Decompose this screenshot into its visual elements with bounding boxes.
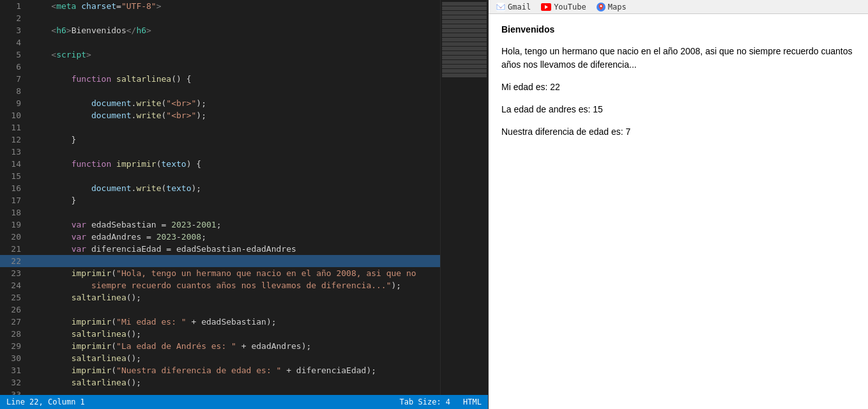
code-line[interactable]: 16 document.write(texto); (0, 182, 440, 194)
status-tab-size: Tab Size: 4 (400, 397, 450, 406)
code-line[interactable]: 5 <script> (0, 49, 440, 61)
minimap-line (442, 71, 487, 73)
minimap-line (442, 31, 487, 33)
line-content (29, 61, 440, 73)
line-number: 11 (0, 121, 29, 134)
code-line[interactable]: 8 (0, 85, 440, 97)
line-content: } (29, 134, 440, 146)
minimap-line (442, 26, 487, 28)
code-line[interactable]: 26 (0, 304, 440, 316)
code-line[interactable]: 11 (0, 121, 440, 134)
code-line[interactable]: 13 (0, 146, 440, 158)
code-line[interactable]: 33 (0, 389, 440, 395)
code-line[interactable]: 23 imprimir("Hola, tengo un hermano que … (0, 267, 440, 279)
minimap-line (442, 8, 487, 10)
status-right: Tab Size: 4 HTML (400, 397, 482, 406)
line-number: 24 (0, 279, 29, 291)
line-number: 30 (0, 352, 29, 364)
line-number: 33 (0, 389, 29, 395)
minimap-content (441, 0, 488, 79)
line-content (29, 36, 440, 49)
code-line[interactable]: 14 function imprimir(texto) { (0, 158, 440, 170)
line-content: } (29, 194, 440, 206)
bookmark-maps[interactable]: Maps (594, 2, 629, 12)
line-number: 2 (0, 12, 29, 24)
line-number: 9 (0, 97, 29, 109)
code-line[interactable]: 31 imprimir("Nuestra diferencia de edad … (0, 364, 440, 376)
code-line[interactable]: 15 (0, 170, 440, 182)
line-number: 1 (0, 0, 29, 12)
browser-toolbar: Gmail YouTube Maps (489, 0, 868, 14)
line-number: 4 (0, 36, 29, 49)
browser-content: Bienvenidos Hola, tengo un hermano que n… (489, 14, 868, 409)
line-number: 26 (0, 304, 29, 316)
code-line[interactable]: 3 <h6>Bienvenidos</h6> (0, 24, 440, 36)
line-number: 5 (0, 49, 29, 61)
youtube-label: YouTube (554, 3, 586, 12)
line-number: 13 (0, 146, 29, 158)
line-number: 32 (0, 376, 29, 389)
code-line[interactable]: 22 (0, 255, 440, 267)
line-number: 28 (0, 328, 29, 340)
line-number: 18 (0, 206, 29, 219)
line-content (29, 389, 440, 395)
code-line[interactable]: 20 var edadAndres = 2023-2008; (0, 231, 440, 243)
line-number: 19 (0, 219, 29, 231)
preview-line: Hola, tengo un hermano que nacio en el a… (501, 45, 855, 72)
line-content (29, 12, 440, 24)
minimap-line (442, 66, 487, 68)
line-number: 3 (0, 24, 29, 36)
line-number: 27 (0, 316, 29, 328)
line-content (29, 121, 440, 134)
line-number: 15 (0, 170, 29, 182)
bookmark-gmail[interactable]: Gmail (494, 2, 533, 12)
code-line[interactable]: 1 <meta charset="UTF-8"> (0, 0, 440, 12)
line-content: document.write(texto); (29, 182, 440, 194)
minimap-line (442, 58, 487, 59)
code-line[interactable]: 12 } (0, 134, 440, 146)
editor-with-minimap: 1 <meta charset="UTF-8">2 3 <h6>Bienveni… (0, 0, 488, 395)
line-content: saltarlinea(); (29, 376, 440, 389)
code-line[interactable]: 4 (0, 36, 440, 49)
code-area[interactable]: 1 <meta charset="UTF-8">2 3 <h6>Bienveni… (0, 0, 440, 395)
minimap-line (442, 13, 487, 15)
minimap (440, 0, 488, 395)
code-line[interactable]: 18 (0, 206, 440, 219)
line-number: 6 (0, 61, 29, 73)
line-number: 10 (0, 109, 29, 121)
line-content: function imprimir(texto) { (29, 158, 440, 170)
status-position: Line 22, Column 1 (6, 397, 85, 406)
code-line[interactable]: 10 document.write("<br>"); (0, 109, 440, 121)
line-number: 8 (0, 85, 29, 97)
line-content: siempre recuerdo cuantos años nos llevam… (29, 279, 440, 291)
code-line[interactable]: 21 var diferenciaEdad = edadSebastian-ed… (0, 243, 440, 255)
code-line[interactable]: 29 imprimir("La edad de Andrés es: " + e… (0, 340, 440, 352)
line-number: 7 (0, 73, 29, 85)
code-line[interactable]: 17 } (0, 194, 440, 206)
minimap-line (442, 22, 487, 24)
code-line[interactable]: 28 saltarlinea(); (0, 328, 440, 340)
line-content: var edadSebastian = 2023-2001; (29, 219, 440, 231)
line-content: imprimir("Mi edad es: " + edadSebastian)… (29, 316, 440, 328)
code-line[interactable]: 6 (0, 61, 440, 73)
line-content: var diferenciaEdad = edadSebastian-edadA… (29, 243, 440, 255)
code-line[interactable]: 25 saltarlinea(); (0, 291, 440, 304)
code-line[interactable]: 30 saltarlinea(); (0, 352, 440, 364)
code-line[interactable]: 2 (0, 12, 440, 24)
code-line[interactable]: 24 siempre recuerdo cuantos años nos lle… (0, 279, 440, 291)
code-line[interactable]: 9 document.write("<br>"); (0, 97, 440, 109)
code-line[interactable]: 19 var edadSebastian = 2023-2001; (0, 219, 440, 231)
line-number: 22 (0, 255, 29, 267)
line-content (29, 255, 440, 267)
line-number: 17 (0, 194, 29, 206)
bookmark-youtube[interactable]: YouTube (538, 2, 589, 12)
maps-icon (597, 3, 605, 12)
code-line[interactable]: 7 function saltarlinea() { (0, 73, 440, 85)
code-line[interactable]: 27 imprimir("Mi edad es: " + edadSebasti… (0, 316, 440, 328)
line-content: document.write("<br>"); (29, 97, 440, 109)
preview-title: Bienvenidos (501, 24, 855, 35)
code-line[interactable]: 32 saltarlinea(); (0, 376, 440, 389)
line-content (29, 85, 440, 97)
line-content: saltarlinea(); (29, 328, 440, 340)
minimap-line (442, 62, 487, 64)
